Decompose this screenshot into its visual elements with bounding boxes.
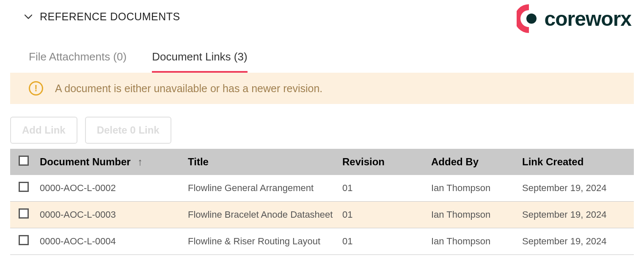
header-document-number-label: Document Number <box>40 156 131 167</box>
svg-point-0 <box>526 14 537 24</box>
add-link-button[interactable]: Add Link <box>10 117 77 144</box>
cell-link-created: September 19, 2024 <box>518 175 634 202</box>
cell-document-number: 0000-AOC-L-0003 <box>36 202 184 228</box>
cell-link-created: September 19, 2024 <box>518 228 634 255</box>
table-row[interactable]: 0000-AOC-L-0003Flowline Bracelet Anode D… <box>10 202 634 228</box>
warning-icon: ! <box>29 81 43 96</box>
table-row[interactable]: 0000-AOC-L-0002Flowline General Arrangem… <box>10 175 634 202</box>
header-revision[interactable]: Revision <box>338 149 427 175</box>
header-title[interactable]: Title <box>184 149 338 175</box>
coreworx-logo-text: coreworx <box>545 7 631 30</box>
header-added-by[interactable]: Added By <box>427 149 518 175</box>
cell-link-created: September 19, 2024 <box>518 202 634 228</box>
cell-revision: 01 <box>338 228 427 255</box>
row-checkbox[interactable] <box>19 208 29 219</box>
tab-document-links[interactable]: Document Links (3) <box>152 50 247 73</box>
tab-bar: File Attachments (0) Document Links (3) <box>29 50 644 73</box>
cell-title: Flowline & Riser Routing Layout <box>184 228 338 255</box>
cell-added-by: Ian Thompson <box>427 202 518 228</box>
cell-document-number: 0000-AOC-L-0002 <box>36 175 184 202</box>
cell-added-by: Ian Thompson <box>427 175 518 202</box>
header-select-all[interactable] <box>10 149 36 175</box>
action-bar: Add Link Delete 0 Link <box>10 117 644 144</box>
table-row[interactable]: 0000-AOC-L-0004Flowline & Riser Routing … <box>10 228 634 255</box>
tab-file-attachments[interactable]: File Attachments (0) <box>29 50 127 73</box>
document-links-table: Document Number ↑ Title Revision Added B… <box>10 149 634 255</box>
table-header-row: Document Number ↑ Title Revision Added B… <box>10 149 634 175</box>
warning-text: A document is either unavailable or has … <box>55 82 322 95</box>
section-title: REFERENCE DOCUMENTS <box>40 11 180 23</box>
row-checkbox-cell[interactable] <box>10 228 36 255</box>
header-link-created[interactable]: Link Created <box>518 149 634 175</box>
cell-title: Flowline Bracelet Anode Datasheet <box>184 202 338 228</box>
row-checkbox-cell[interactable] <box>10 202 36 228</box>
cell-title: Flowline General Arrangement <box>184 175 338 202</box>
delete-link-button[interactable]: Delete 0 Link <box>85 117 171 144</box>
warning-banner: ! A document is either unavailable or ha… <box>10 73 634 104</box>
brand-logo: coreworx <box>517 4 631 33</box>
sort-asc-icon: ↑ <box>138 156 143 168</box>
row-checkbox-cell[interactable] <box>10 175 36 202</box>
cell-added-by: Ian Thompson <box>427 228 518 255</box>
header-document-number[interactable]: Document Number ↑ <box>36 149 184 175</box>
select-all-checkbox[interactable] <box>19 156 29 166</box>
cell-revision: 01 <box>338 175 427 202</box>
row-checkbox[interactable] <box>19 182 29 192</box>
chevron-down-icon[interactable] <box>25 13 32 21</box>
row-checkbox[interactable] <box>19 235 29 245</box>
cell-revision: 01 <box>338 202 427 228</box>
coreworx-logo-mark <box>517 4 541 33</box>
cell-document-number: 0000-AOC-L-0004 <box>36 228 184 255</box>
